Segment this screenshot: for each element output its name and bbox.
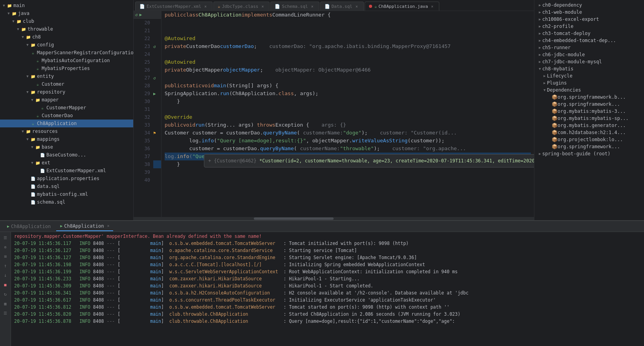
- sidebar-item-customermapper[interactable]: ☕ CustomerMapper: [0, 104, 133, 112]
- sidebar-item-mybatisconfig[interactable]: 📄 mybatis-config.xml: [0, 190, 133, 198]
- maven-dep-label-6: com.h2database:h2:1.4...: [558, 130, 626, 135]
- sidebar-item-ext[interactable]: 📁 ext: [0, 159, 133, 167]
- maven-dep-2[interactable]: 📦 org.springframework...: [534, 101, 644, 108]
- code-line-22: [165, 27, 531, 35]
- maven-item-ch3[interactable]: ch3-tomcat-deploy: [534, 30, 644, 37]
- sidebar-label-resources: resources: [32, 129, 58, 134]
- maven-dep-6[interactable]: 📦 com.h2database:h2:1.4...: [534, 129, 644, 136]
- console-tab-button[interactable]: ☰: [2, 234, 9, 241]
- dep-icon-2: 📦: [552, 101, 558, 107]
- reload-left-icon[interactable]: ↺: [135, 12, 138, 17]
- endpoints-button[interactable]: ⊕: [2, 243, 9, 251]
- toolbar-btn-rerun[interactable]: ↻: [2, 290, 9, 298]
- bottom-panel: ▶ Ch8Application ▶ Ch8Application × ☰ ⊕ …: [0, 220, 644, 346]
- maven-item-ch6[interactable]: ch6-jdbc-module: [534, 51, 644, 58]
- maven-item-ch10086[interactable]: ch10086-excel-export: [534, 16, 644, 23]
- toolbar-btn-up[interactable]: ↑: [2, 262, 9, 270]
- sidebar-item-java[interactable]: 📁 java: [0, 9, 133, 17]
- tab-jdbctype[interactable]: ☕ JdbcType.class ×: [213, 2, 270, 11]
- toolbar-btn-download[interactable]: ↓: [2, 271, 9, 279]
- toolbar-btn-table[interactable]: ▦: [2, 300, 9, 307]
- maven-dep-5[interactable]: 📦 org.mybatis.generator...: [534, 122, 644, 129]
- log-line-5: 20-07-19 11:45:36.199 INFO 8408 --- [ ma…: [14, 268, 641, 275]
- maven-dep-4[interactable]: 📦 org.mybatis:mybatis-sp...: [534, 115, 644, 122]
- tab-label-jdbctype: JdbcType.class: [222, 4, 259, 9]
- maven-dep-8[interactable]: 📦 org.springframework...: [534, 143, 644, 150]
- maven-item-ch4[interactable]: ch4-embedded-tomcat-dep...: [534, 37, 644, 44]
- maven-dep-3[interactable]: 📦 org.mybatis:mybatis-3...: [534, 108, 644, 115]
- toolbar-btn-1[interactable]: ≡: [2, 252, 9, 260]
- run-icon-29[interactable]: ▶: [153, 91, 156, 96]
- sidebar-item-repository[interactable]: 📁 repository: [0, 88, 133, 96]
- sidebar-item-appprops[interactable]: 📄 application.properties: [0, 175, 133, 182]
- sidebar-item-throwable[interactable]: 📁 throwable: [0, 25, 133, 33]
- bottom-tab-ch8app2[interactable]: ▶ Ch8Application ×: [56, 222, 113, 231]
- tab-close-ch8application[interactable]: ×: [429, 4, 435, 9]
- sidebar-item-mybatisprops[interactable]: ☕ MybatisProperties: [0, 64, 133, 72]
- sidebar-item-mapperscannerregistrar[interactable]: ☕ MapperScannerRegistrarConfiguration: [0, 49, 133, 57]
- maven-item-ch1[interactable]: ch1-web-module: [534, 9, 644, 16]
- maven-dep-7[interactable]: 📦 org.projectlombok:lo...: [534, 136, 644, 143]
- reload-icon-23[interactable]: ↺: [153, 44, 156, 49]
- play-gutter-icon[interactable]: ▶: [139, 12, 142, 17]
- tab-schema[interactable]: 📄 Schema.sql ×: [270, 2, 319, 11]
- chevron-resources: [20, 129, 25, 134]
- tab-close-schema[interactable]: ×: [310, 4, 315, 9]
- run-icon-tab1: ▶: [7, 224, 9, 228]
- chevron-ch5: [538, 45, 542, 50]
- sidebar-item-entity[interactable]: 📁 entity: [0, 72, 133, 80]
- maven-item-lifecycle[interactable]: Lifecycle: [534, 72, 644, 79]
- sidebar-label-ch8: ch8: [32, 34, 41, 40]
- code-line-30: SpringApplication.run(Ch8Application.cla…: [165, 90, 531, 98]
- tab-close-jdbctype[interactable]: ×: [260, 4, 265, 9]
- dep-icon-4: 📦: [552, 116, 558, 121]
- scroll-thumb[interactable]: [254, 217, 334, 220]
- bottom-tab-ch8app1[interactable]: ▶ Ch8Application: [3, 222, 55, 231]
- maven-item-dependencies[interactable]: Dependencies: [534, 86, 644, 94]
- sidebar-item-config[interactable]: 📁 config: [0, 41, 133, 49]
- toolbar-btn-stop[interactable]: ■: [2, 281, 9, 289]
- sidebar-item-mybatisauto[interactable]: ☕ MybatisAutoConfiguration: [0, 57, 133, 64]
- tab-data[interactable]: 📄 Data.sql ×: [320, 2, 364, 11]
- sidebar-item-extcustomermapper[interactable]: 📄 ExtCustomerMapper.xml: [0, 167, 133, 175]
- sidebar-item-resources[interactable]: 📁 resources: [0, 127, 133, 135]
- sidebar-item-mappings[interactable]: 📁 mappings: [0, 135, 133, 143]
- maven-dep-1[interactable]: 📦 org.springframework.b...: [534, 94, 644, 101]
- maven-item-root[interactable]: spring-boot-guide (root): [534, 150, 644, 157]
- code-editor[interactable]: public class Ch8Application implements C…: [161, 11, 534, 217]
- maven-item-ch7[interactable]: ch7-jdbc-module-mysql: [534, 58, 644, 65]
- sidebar-item-main[interactable]: 📁 main: [0, 2, 133, 9]
- sidebar-item-ch8[interactable]: 📁 ch8: [0, 33, 133, 41]
- maven-item-ch8[interactable]: ch8-mybatis: [534, 65, 644, 72]
- maven-item-ch2[interactable]: ch2-profile: [534, 23, 644, 30]
- maven-item-ch5[interactable]: ch5-runner: [534, 44, 644, 51]
- maven-dep-label-7: org.projectlombok:lo...: [558, 137, 623, 142]
- tab-close-extcustomermapper[interactable]: ×: [203, 4, 208, 9]
- sidebar-item-schemasql[interactable]: 📄 schema.sql: [0, 198, 133, 206]
- sidebar-item-base[interactable]: 📁 base: [0, 143, 133, 151]
- maven-item-ch0[interactable]: ch0-dependency: [534, 2, 644, 9]
- tab-ch8application[interactable]: ☕ Ch8Application.java ×: [365, 2, 439, 11]
- tab-extcustomermapper[interactable]: 📄 ExtCustomerMapper.xml ×: [135, 2, 213, 11]
- sidebar-item-club[interactable]: 📁 club: [0, 17, 133, 25]
- code-line-23: @Autowired: [165, 35, 531, 42]
- sidebar-item-customer[interactable]: ☕ Customer: [0, 80, 133, 88]
- reload-icon-27[interactable]: ↺: [153, 75, 156, 81]
- sidebar-item-customerdao[interactable]: ☕ CustomerDao: [0, 112, 133, 120]
- chevron-ch7: [538, 59, 542, 64]
- toolbar-btn-settings[interactable]: ☰: [2, 309, 9, 317]
- sidebar-item-basecustom[interactable]: 📄 BaseCustomo...: [0, 151, 133, 159]
- debug-icon-33[interactable]: ⚑: [153, 131, 156, 136]
- chevron-ch8-maven: [538, 66, 542, 71]
- sidebar-label-mappings: mappings: [37, 136, 60, 142]
- tab-close-bottom[interactable]: ×: [107, 224, 109, 228]
- horizontal-scrollbar[interactable]: [134, 217, 534, 220]
- maven-item-plugins[interactable]: Plugins: [534, 79, 644, 86]
- sidebar-item-ch8application[interactable]: ☕ Ch8Application: [0, 120, 133, 127]
- tab-close-data[interactable]: ×: [354, 4, 360, 9]
- maven-label-ch8: ch8-mybatis: [542, 66, 573, 72]
- sidebar-item-mapper-folder[interactable]: 📁 mapper: [0, 96, 133, 104]
- sidebar-item-datasql[interactable]: 📄 data.sql: [0, 182, 133, 190]
- dep-icon-5: 📦: [552, 123, 558, 128]
- folder-icon-mappings: 📁: [30, 136, 36, 142]
